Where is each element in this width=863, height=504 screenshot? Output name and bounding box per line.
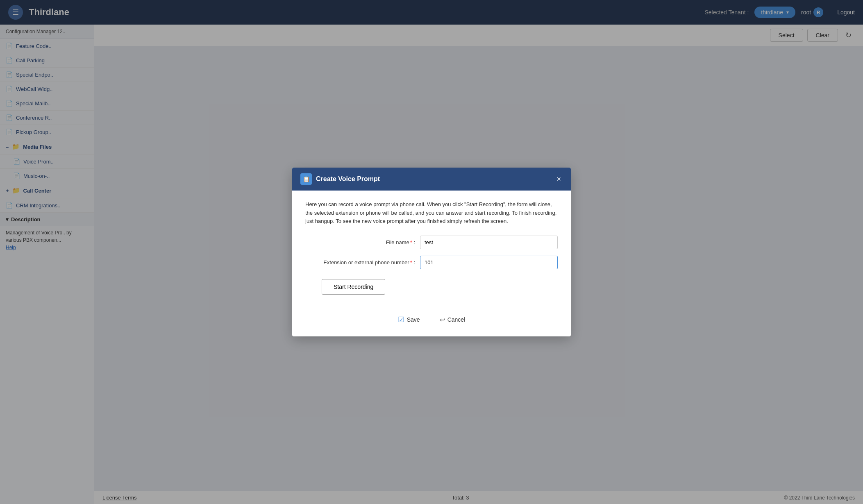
modal-footer: ☑ Save ↩ Cancel (292, 304, 571, 336)
file-name-label: File name* : (305, 239, 420, 245)
modal-title: Create Voice Prompt (316, 175, 551, 183)
modal-header: 📋 Create Voice Prompt × (292, 168, 571, 191)
extension-label: Extension or external phone number* : (305, 259, 420, 266)
extension-input[interactable] (420, 256, 558, 269)
save-icon: ☑ (398, 315, 404, 324)
modal-header-icon: 📋 (300, 173, 312, 185)
extension-row: Extension or external phone number* : (305, 256, 558, 269)
save-button[interactable]: ☑ Save (393, 313, 425, 327)
required-star: * (410, 239, 412, 245)
save-label: Save (407, 316, 420, 323)
voice-prompt-icon: 📋 (303, 176, 310, 182)
modal-close-button[interactable]: × (555, 175, 563, 183)
modal-description: Here you can record a voice prompt via p… (305, 200, 558, 226)
file-name-row: File name* : (305, 236, 558, 249)
modal-body: Here you can record a voice prompt via p… (292, 191, 571, 304)
start-recording-button[interactable]: Start Recording (322, 279, 385, 295)
required-star: * (410, 259, 412, 266)
create-voice-prompt-modal: 📋 Create Voice Prompt × Here you can rec… (292, 168, 571, 336)
file-name-input[interactable] (420, 236, 558, 249)
cancel-icon: ↩ (440, 316, 445, 324)
start-recording-row: Start Recording (305, 276, 558, 295)
cancel-button[interactable]: ↩ Cancel (435, 313, 470, 327)
cancel-label: Cancel (447, 316, 466, 323)
modal-overlay: 📋 Create Voice Prompt × Here you can rec… (0, 0, 863, 504)
